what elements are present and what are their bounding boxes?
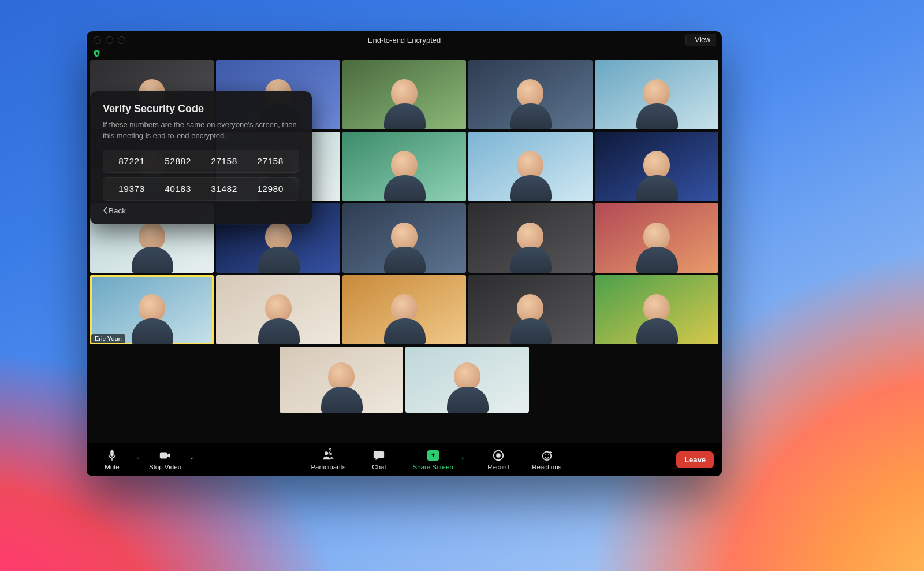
share-screen-icon bbox=[426, 449, 440, 462]
reactions-button[interactable]: Reactions bbox=[530, 448, 564, 472]
video-tile[interactable] bbox=[595, 132, 718, 201]
svg-rect-7 bbox=[160, 452, 167, 458]
svg-point-8 bbox=[325, 451, 329, 455]
leave-label: Leave bbox=[684, 455, 706, 464]
share-screen-label: Share Screen bbox=[412, 464, 453, 470]
back-label: Back bbox=[109, 206, 126, 215]
video-tile[interactable] bbox=[216, 275, 340, 344]
record-label: Record bbox=[487, 464, 509, 470]
chat-button[interactable]: Chat bbox=[362, 448, 396, 472]
video-gallery: Eric Yuan Verify Security Code If these … bbox=[87, 60, 722, 443]
security-code-row-1: 87221 52882 27158 27158 bbox=[103, 150, 299, 173]
mute-menu-caret[interactable]: ⌃ bbox=[134, 453, 142, 466]
security-code: 19373 bbox=[111, 184, 152, 194]
video-tile[interactable] bbox=[342, 60, 466, 129]
video-tile[interactable] bbox=[468, 275, 592, 344]
encryption-shield-icon[interactable] bbox=[92, 49, 101, 61]
security-code-row-2: 19373 40183 31482 12980 bbox=[103, 177, 299, 201]
video-tile[interactable] bbox=[342, 275, 466, 344]
microphone-icon bbox=[105, 449, 119, 462]
window-title: End-to-end Encrypted bbox=[87, 36, 722, 45]
svg-rect-5 bbox=[96, 53, 98, 54]
svg-point-13 bbox=[545, 454, 546, 455]
minimize-window-icon[interactable] bbox=[106, 36, 113, 44]
back-button[interactable]: Back bbox=[103, 206, 299, 215]
view-button[interactable]: View bbox=[685, 34, 716, 46]
verify-security-popover: Verify Security Code If these numbers ar… bbox=[90, 91, 312, 224]
svg-point-11 bbox=[496, 453, 501, 458]
participants-button[interactable]: 2 Participants bbox=[308, 448, 348, 472]
video-menu-caret[interactable]: ⌃ bbox=[188, 453, 196, 466]
video-tile[interactable] bbox=[595, 60, 718, 129]
security-code: 87221 bbox=[111, 156, 152, 166]
video-tile[interactable] bbox=[405, 347, 529, 413]
popover-heading: Verify Security Code bbox=[103, 103, 299, 115]
chat-icon bbox=[372, 449, 386, 462]
security-code: 31482 bbox=[204, 184, 244, 194]
video-tile[interactable] bbox=[468, 203, 592, 273]
video-tile[interactable] bbox=[468, 60, 592, 129]
window-controls[interactable] bbox=[94, 36, 125, 44]
participants-label: Participants bbox=[311, 464, 345, 470]
participant-name-tag: Eric Yuan bbox=[91, 334, 125, 343]
popover-description: If these numbers are the same on everyon… bbox=[103, 120, 299, 142]
video-tile[interactable] bbox=[595, 203, 718, 273]
security-code: 40183 bbox=[158, 184, 198, 194]
participants-icon: 2 bbox=[321, 449, 335, 462]
record-icon bbox=[491, 449, 505, 462]
participants-count: 2 bbox=[329, 448, 332, 454]
stop-video-label: Stop Video bbox=[149, 464, 181, 470]
share-menu-caret[interactable]: ⌃ bbox=[459, 453, 467, 466]
chevron-left-icon bbox=[103, 207, 107, 214]
security-code: 27158 bbox=[204, 156, 244, 166]
video-tile[interactable] bbox=[468, 132, 592, 201]
close-window-icon[interactable] bbox=[94, 36, 101, 44]
record-button[interactable]: Record bbox=[481, 448, 516, 472]
leave-button[interactable]: Leave bbox=[676, 451, 714, 468]
security-code: 27158 bbox=[250, 156, 290, 166]
chat-label: Chat bbox=[372, 464, 386, 470]
video-tile[interactable] bbox=[280, 347, 403, 413]
video-tile[interactable] bbox=[342, 203, 466, 273]
reactions-label: Reactions bbox=[532, 464, 561, 470]
meeting-window: End-to-end Encrypted View bbox=[87, 31, 722, 476]
view-button-label: View bbox=[695, 36, 710, 44]
video-camera-icon bbox=[158, 449, 172, 462]
reactions-icon bbox=[540, 449, 554, 462]
encryption-indicator-row bbox=[87, 49, 722, 60]
video-tile-active[interactable]: Eric Yuan bbox=[90, 275, 214, 344]
svg-rect-6 bbox=[110, 450, 114, 456]
video-tile[interactable] bbox=[342, 132, 466, 201]
mute-label: Mute bbox=[105, 464, 120, 470]
video-tile[interactable] bbox=[595, 275, 718, 344]
svg-point-14 bbox=[548, 454, 549, 455]
mute-button[interactable]: Mute bbox=[95, 448, 129, 472]
security-code: 52882 bbox=[158, 156, 198, 166]
stop-video-button[interactable]: Stop Video bbox=[147, 448, 184, 472]
meeting-toolbar: Mute ⌃ Stop Video ⌃ 2 Participants bbox=[87, 443, 722, 476]
security-code: 12980 bbox=[250, 184, 290, 194]
titlebar: End-to-end Encrypted View bbox=[87, 31, 722, 49]
share-screen-button[interactable]: Share Screen bbox=[410, 448, 455, 472]
zoom-window-icon[interactable] bbox=[118, 36, 125, 44]
